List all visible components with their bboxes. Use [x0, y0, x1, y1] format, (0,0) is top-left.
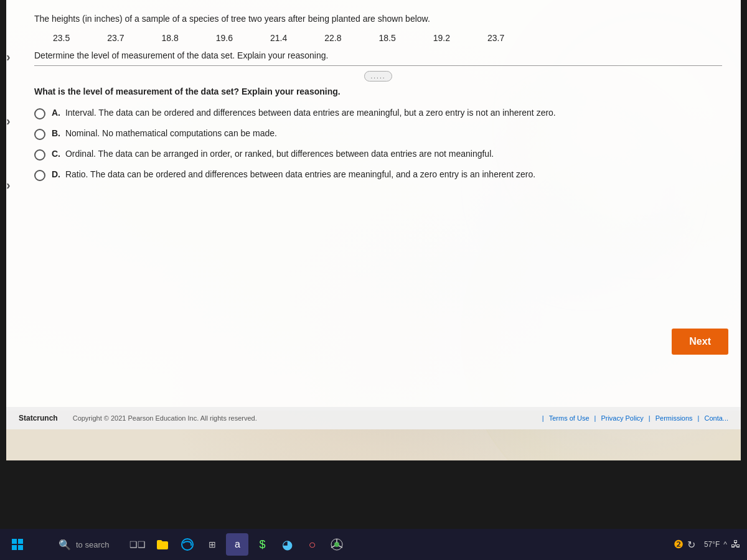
taskbar-fileexplorer[interactable]	[151, 533, 174, 556]
taskbar-grid-app[interactable]: ⊞	[201, 533, 223, 556]
data-val-8: 19.2	[433, 33, 450, 43]
data-val-6: 22.8	[324, 33, 341, 43]
svg-rect-3	[18, 545, 23, 550]
taskbar-edge[interactable]	[176, 533, 199, 556]
footer: Statcrunch Copyright © 2021 Pearson Educ…	[6, 407, 741, 429]
taskbar-search-icon: 🔍	[59, 539, 71, 551]
footer-sep-3: |	[649, 414, 651, 422]
option-a-content: Interval. The data can be ordered and di…	[65, 108, 556, 118]
data-val-1: 23.5	[53, 33, 70, 43]
option-c[interactable]: C. Ordinal. The data can be arranged in …	[34, 149, 722, 161]
taskbar-browser-app[interactable]: ◕	[276, 533, 298, 556]
option-c-text: C. Ordinal. The data can be arranged in …	[52, 149, 494, 159]
option-c-content: Ordinal. The data can be arranged in ord…	[65, 149, 494, 159]
svg-rect-0	[12, 539, 17, 544]
svg-point-6	[334, 542, 339, 547]
next-button[interactable]: Next	[672, 329, 728, 355]
taskbar-chrome-app[interactable]	[326, 533, 348, 556]
option-a-label: A.	[52, 108, 60, 118]
radio-inner-c	[37, 152, 42, 157]
svg-rect-2	[12, 545, 17, 550]
windows-logo-icon	[11, 538, 24, 551]
content-card: › › › The heights (in inches) of a sampl…	[6, 0, 741, 411]
data-val-3: 18.8	[162, 33, 179, 43]
left-arrow-top[interactable]: ›	[6, 50, 11, 64]
footer-contact-link[interactable]: Conta...	[704, 414, 728, 422]
taskbar-app-a[interactable]: a	[226, 533, 248, 556]
data-val-4: 19.6	[216, 33, 233, 43]
taskbar-dollar-app[interactable]: $	[251, 533, 273, 556]
radio-inner-a	[37, 111, 42, 116]
radio-inner-b	[37, 132, 42, 137]
divider	[34, 65, 722, 66]
radio-inner-d	[37, 173, 42, 178]
chrome-icon	[330, 538, 344, 551]
edge-icon	[181, 538, 194, 551]
dots-handle[interactable]: .....	[364, 71, 393, 82]
left-arrow-middle[interactable]: ›	[6, 114, 11, 128]
option-a-text: A. Interval. The data can be ordered and…	[52, 108, 556, 118]
taskbar-apps: ❑❑ ⊞ a $ ◕ ○	[126, 533, 348, 556]
data-val-2: 23.7	[107, 33, 124, 43]
data-row: 23.5 23.7 18.8 19.6 21.4 22.8 18.5 19.2 …	[53, 33, 722, 43]
option-d-label: D.	[52, 169, 60, 179]
taskbar-search-label: to search	[76, 540, 109, 549]
question-text: What is the level of measurement of the …	[34, 86, 722, 96]
folder-icon	[156, 538, 169, 551]
footer-privacy-link[interactable]: Privacy Policy	[601, 414, 643, 422]
option-b-label: B.	[52, 128, 60, 138]
taskbar-caret: ^	[723, 540, 727, 549]
system-tray: ❷ ↻ 57°F ^ 🖧	[674, 538, 741, 551]
expand-handle[interactable]: .....	[34, 71, 722, 82]
data-val-5: 21.4	[270, 33, 287, 43]
refresh-icon[interactable]: ↻	[687, 539, 695, 551]
windows-start-button[interactable]	[6, 533, 29, 556]
taskbar-search-area[interactable]: 🔍 to search	[59, 539, 109, 551]
option-c-label: C.	[52, 149, 60, 159]
footer-copyright: Copyright © 2021 Pearson Education Inc. …	[73, 414, 257, 422]
taskbar-temperature: 57°F	[704, 540, 720, 549]
taskbar-circle-app[interactable]: ○	[301, 533, 323, 556]
footer-sep-2: |	[594, 414, 596, 422]
footer-terms-link[interactable]: Terms of Use	[549, 414, 590, 422]
data-val-7: 18.5	[379, 33, 396, 43]
footer-sep-4: |	[698, 414, 700, 422]
radio-a[interactable]	[34, 108, 45, 119]
options-list: A. Interval. The data can be ordered and…	[34, 108, 722, 181]
footer-permissions-link[interactable]: Permissions	[655, 414, 693, 422]
taskbar: 🔍 to search ❑❑ ⊞ a $ ◕ ○	[0, 529, 747, 560]
option-b[interactable]: B. Nominal. No mathematical computations…	[34, 128, 722, 140]
screen-area: › › › The heights (in inches) of a sampl…	[6, 0, 741, 460]
radio-c[interactable]	[34, 149, 45, 161]
option-d-text: D. Ratio. The data can be ordered and di…	[52, 169, 535, 179]
data-val-9: 23.7	[487, 33, 504, 43]
option-b-content: Nominal. No mathematical computations ca…	[65, 128, 277, 138]
footer-links: | Terms of Use | Privacy Policy | Permis…	[542, 414, 728, 422]
taskbar-keyboard-icon[interactable]: 🖧	[731, 539, 741, 550]
svg-rect-1	[18, 539, 23, 544]
option-b-text: B. Nominal. No mathematical computations…	[52, 128, 277, 138]
taskbar-taskview[interactable]: ❑❑	[126, 533, 149, 556]
option-a[interactable]: A. Interval. The data can be ordered and…	[34, 108, 722, 119]
radio-b[interactable]	[34, 129, 45, 140]
question-header: The heights (in inches) of a sample of a…	[34, 12, 722, 26]
option-d[interactable]: D. Ratio. The data can be ordered and di…	[34, 169, 722, 181]
question-mark-icon: ❷	[674, 538, 684, 551]
footer-sep-1: |	[542, 414, 544, 422]
option-d-content: Ratio. The data can be ordered and diffe…	[65, 169, 535, 179]
footer-logo: Statcrunch	[19, 414, 58, 422]
radio-d[interactable]	[34, 170, 45, 181]
instruction-text: Determine the level of measurement of th…	[34, 50, 722, 60]
left-arrow-bottom[interactable]: ›	[6, 178, 11, 192]
